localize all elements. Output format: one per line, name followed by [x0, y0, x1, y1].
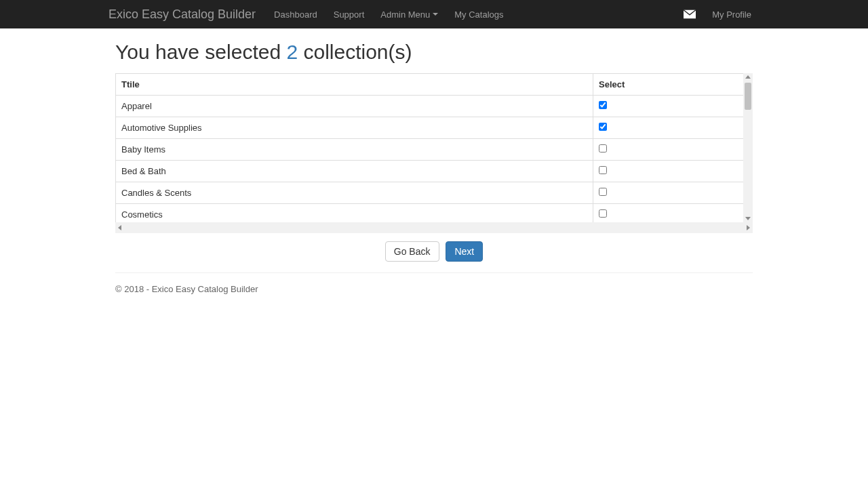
chevron-down-icon [433, 13, 438, 16]
table-row: Baby Items [116, 139, 753, 161]
row-select-cell [593, 117, 753, 139]
vertical-scrollbar[interactable] [743, 73, 753, 222]
mail-icon[interactable] [675, 3, 704, 26]
row-title: Baby Items [116, 139, 593, 161]
page-title: You have selected 2 collection(s) [115, 41, 753, 64]
collections-table: Ttile Select ApparelAutomotive SuppliesB… [115, 73, 753, 222]
row-select-checkbox[interactable] [599, 209, 607, 218]
table-row: Bed & Bath [116, 161, 753, 182]
row-select-checkbox[interactable] [599, 166, 607, 174]
col-header-select: Select [593, 74, 753, 96]
navbar: Exico Easy Catalog Builder Dashboard Sup… [0, 0, 868, 28]
row-select-cell [593, 96, 753, 117]
nav-support[interactable]: Support [326, 3, 373, 26]
table-row: Cosmetics [116, 204, 753, 223]
vertical-scrollbar-thumb[interactable] [745, 83, 751, 110]
brand-link[interactable]: Exico Easy Catalog Builder [108, 1, 266, 28]
go-back-button[interactable]: Go Back [385, 241, 439, 262]
nav-admin-menu-label: Admin Menu [380, 9, 430, 20]
row-title: Apparel [116, 96, 593, 117]
nav-my-profile[interactable]: My Profile [704, 3, 760, 26]
nav-admin-menu[interactable]: Admin Menu [372, 3, 446, 26]
row-select-cell [593, 204, 753, 223]
table-row: Candles & Scents [116, 182, 753, 204]
next-button[interactable]: Next [446, 241, 483, 262]
footer-text: © 2018 - Exico Easy Catalog Builder [115, 284, 753, 308]
heading-prefix: You have selected [115, 41, 286, 63]
row-select-cell [593, 161, 753, 182]
collections-scroll-pane[interactable]: Ttile Select ApparelAutomotive SuppliesB… [115, 73, 753, 222]
row-select-checkbox[interactable] [599, 144, 607, 152]
row-title: Bed & Bath [116, 161, 593, 182]
heading-suffix: collection(s) [298, 41, 412, 63]
divider [115, 272, 753, 273]
row-select-checkbox[interactable] [599, 123, 607, 131]
horizontal-scrollbar[interactable] [115, 222, 753, 233]
col-header-title: Ttile [116, 74, 593, 96]
row-select-checkbox[interactable] [599, 101, 607, 109]
row-select-checkbox[interactable] [599, 188, 607, 196]
table-row: Automotive Supplies [116, 117, 753, 139]
nav-dashboard[interactable]: Dashboard [266, 3, 326, 26]
selected-count: 2 [286, 41, 298, 63]
row-title: Cosmetics [116, 204, 593, 223]
row-select-cell [593, 182, 753, 204]
nav-my-catalogs[interactable]: My Catalogs [446, 3, 511, 26]
table-row: Apparel [116, 96, 753, 117]
row-title: Automotive Supplies [116, 117, 593, 139]
row-select-cell [593, 139, 753, 161]
row-title: Candles & Scents [116, 182, 593, 204]
